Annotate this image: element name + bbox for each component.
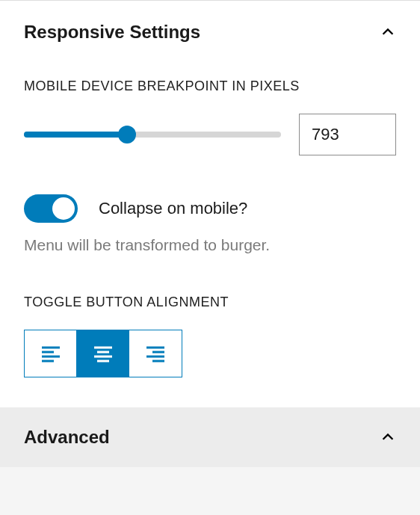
responsive-settings-header[interactable]: Responsive Settings <box>24 22 396 43</box>
toggle-knob <box>52 197 75 220</box>
align-right-button[interactable] <box>129 330 182 377</box>
alignment-button-group <box>24 330 182 377</box>
advanced-header[interactable]: Advanced <box>24 427 396 448</box>
breakpoint-slider[interactable] <box>24 126 281 144</box>
align-left-button[interactable] <box>25 330 77 377</box>
breakpoint-label: MOBILE DEVICE BREAKPOINT IN PIXELS <box>24 78 396 94</box>
collapse-helper-text: Menu will be transformed to burger. <box>24 236 396 254</box>
align-center-icon <box>92 342 114 365</box>
breakpoint-input[interactable] <box>299 114 396 155</box>
panel-title: Responsive Settings <box>24 22 200 43</box>
collapse-mobile-label: Collapse on mobile? <box>99 199 247 218</box>
align-center-button[interactable] <box>77 330 129 377</box>
collapse-mobile-toggle[interactable] <box>24 194 78 223</box>
slider-fill <box>24 132 127 138</box>
chevron-up-icon <box>380 24 396 40</box>
alignment-label: TOGGLE BUTTON ALIGNMENT <box>24 294 396 310</box>
chevron-up-icon <box>380 429 396 445</box>
slider-thumb[interactable] <box>118 126 136 144</box>
align-right-icon <box>144 342 167 365</box>
advanced-title: Advanced <box>24 427 110 448</box>
align-left-icon <box>40 342 62 365</box>
